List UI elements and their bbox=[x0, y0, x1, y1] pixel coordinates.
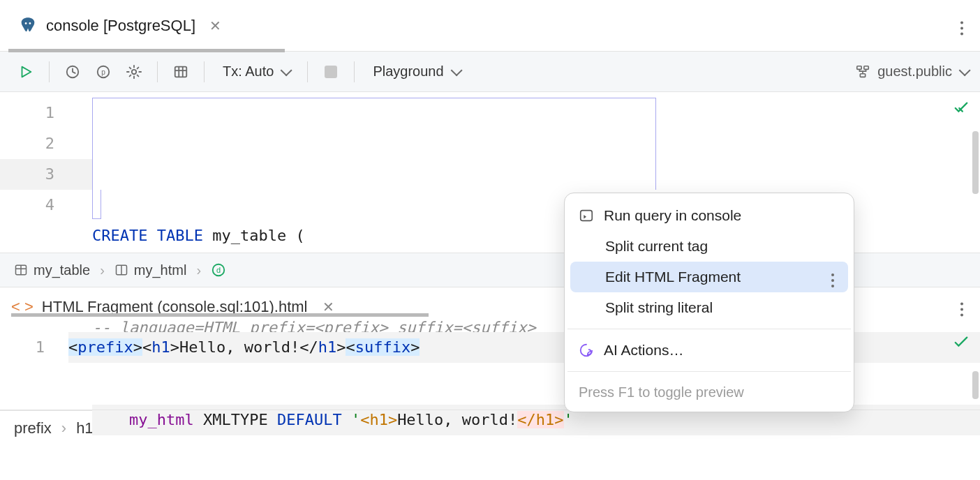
postgresql-icon bbox=[18, 16, 38, 36]
breadcrumb-item[interactable]: h1 bbox=[76, 419, 93, 437]
breadcrumb-item[interactable]: my_table bbox=[14, 262, 90, 278]
tab-options-button[interactable] bbox=[960, 20, 963, 31]
line-number: 3 bbox=[0, 159, 92, 190]
selection-box bbox=[92, 98, 656, 190]
editor-tab-bar: console [PostgreSQL] ✕ bbox=[0, 0, 980, 52]
schema-icon bbox=[855, 64, 870, 80]
breadcrumb-separator: › bbox=[61, 419, 66, 437]
svg-point-5 bbox=[132, 69, 136, 73]
line-number: 1 bbox=[0, 98, 92, 128]
svg-point-1 bbox=[29, 22, 31, 24]
ctx-split-string[interactable]: Split string literal bbox=[565, 292, 854, 323]
context-menu-hint: Press F1 to toggle preview bbox=[565, 377, 854, 405]
svg-rect-14 bbox=[581, 211, 593, 221]
breadcrumb-item[interactable]: prefix bbox=[14, 419, 52, 437]
svg-rect-6 bbox=[175, 66, 187, 77]
editor-gutter: 1 2 3 4 bbox=[0, 92, 92, 253]
menu-separator bbox=[567, 371, 851, 372]
ctx-edit-html-fragment[interactable]: Edit HTML Fragment bbox=[570, 262, 848, 292]
context-menu: Run query in console Split current tag E… bbox=[564, 193, 854, 412]
line-number: 4 bbox=[0, 190, 92, 220]
tx-mode-dropdown[interactable]: Tx: Auto bbox=[214, 59, 297, 85]
separator bbox=[204, 61, 205, 82]
settings-button[interactable] bbox=[121, 59, 147, 85]
stop-button[interactable] bbox=[318, 59, 344, 85]
editor-tab-console[interactable]: console [PostgreSQL] ✕ bbox=[8, 0, 231, 52]
ctx-split-tag[interactable]: Split current tag bbox=[565, 231, 854, 262]
parameters-button[interactable]: p bbox=[90, 59, 117, 85]
tab-active-indicator bbox=[11, 313, 429, 317]
chevron-down-icon bbox=[281, 64, 292, 76]
chevron-down-icon bbox=[959, 64, 971, 76]
menu-separator bbox=[567, 329, 851, 329]
separator bbox=[354, 61, 355, 82]
separator bbox=[49, 61, 50, 82]
submenu-indicator-icon bbox=[831, 269, 834, 285]
chevron-down-icon bbox=[450, 64, 462, 76]
scrollbar[interactable] bbox=[972, 371, 979, 399]
history-button[interactable] bbox=[59, 59, 86, 85]
schema-selector[interactable]: guest.public bbox=[855, 63, 967, 80]
ctx-ai-actions[interactable]: AI Actions… bbox=[565, 335, 854, 366]
data-grid-button[interactable] bbox=[168, 59, 194, 85]
editor-gutter: 1 bbox=[0, 327, 68, 410]
scrollbar[interactable] bbox=[972, 131, 979, 194]
separator bbox=[307, 61, 308, 82]
fragment-tab[interactable]: < > HTML Fragment (console.sql:101).html… bbox=[11, 298, 334, 316]
tab-title: console [PostgreSQL] bbox=[46, 17, 195, 35]
selection-box bbox=[92, 190, 101, 219]
status-ok-icon bbox=[953, 335, 969, 350]
svg-rect-9 bbox=[861, 73, 866, 77]
svg-point-0 bbox=[25, 22, 27, 24]
ai-icon bbox=[579, 343, 594, 358]
status-ok-icon bbox=[953, 100, 969, 116]
line-number: 2 bbox=[0, 128, 92, 159]
line-number: 1 bbox=[0, 332, 68, 363]
close-icon[interactable]: ✕ bbox=[209, 17, 221, 34]
sql-toolbar: p Tx: Auto Playground guest.public bbox=[0, 52, 980, 92]
svg-rect-7 bbox=[857, 66, 861, 69]
console-icon bbox=[579, 208, 594, 223]
svg-text:p: p bbox=[101, 68, 105, 75]
fragment-options-button[interactable] bbox=[960, 301, 963, 313]
ctx-run-query[interactable]: Run query in console bbox=[565, 200, 854, 231]
separator bbox=[157, 61, 158, 82]
svg-rect-8 bbox=[864, 66, 868, 69]
playground-dropdown[interactable]: Playground bbox=[364, 59, 467, 85]
tab-active-indicator bbox=[8, 49, 285, 52]
run-button[interactable] bbox=[13, 59, 39, 85]
table-icon bbox=[14, 263, 28, 277]
